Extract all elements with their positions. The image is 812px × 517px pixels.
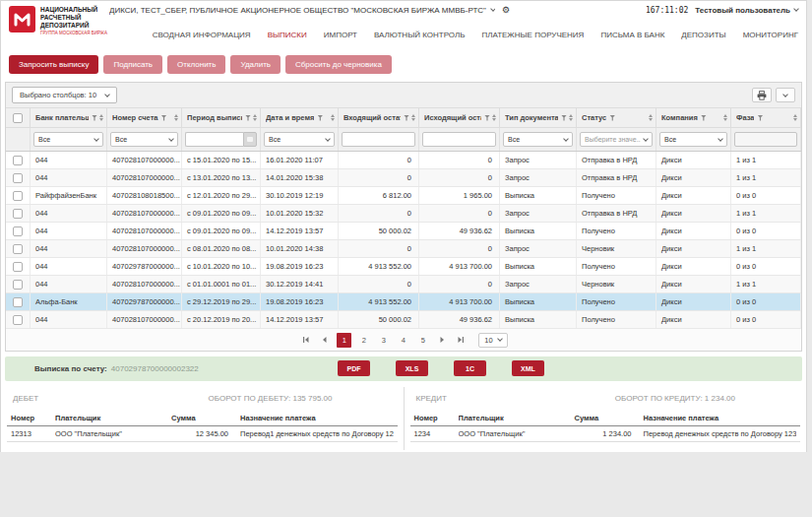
- nav-item[interactable]: СВОДНАЯ ИНФОРМАЦИЯ: [153, 31, 251, 39]
- row-checkbox-cell: [6, 311, 31, 328]
- filter-select[interactable]: Все: [264, 132, 335, 147]
- nav-item[interactable]: МОНИТОРИНГ: [743, 31, 798, 39]
- row-checkbox[interactable]: [13, 156, 23, 165]
- row-checkbox[interactable]: [13, 280, 23, 290]
- column-header[interactable]: Статус: [577, 108, 656, 127]
- calendar-button-icon[interactable]: [243, 132, 257, 147]
- filter-funnel-icon[interactable]: [161, 115, 167, 121]
- export-pdf-button[interactable]: PDF: [338, 360, 370, 376]
- sort-icon[interactable]: [791, 114, 797, 121]
- sort-icon[interactable]: [490, 114, 496, 121]
- sort-icon[interactable]: [251, 114, 257, 121]
- print-button[interactable]: [752, 88, 772, 102]
- nav-item[interactable]: ДЕПОЗИТЫ: [681, 31, 725, 39]
- filter-input[interactable]: [734, 132, 797, 147]
- row-checkbox[interactable]: [13, 226, 23, 236]
- table-cell: Черновик: [577, 276, 656, 292]
- filter-select[interactable]: Все: [33, 132, 103, 147]
- column-header[interactable]: Компания: [656, 108, 731, 127]
- row-checkbox[interactable]: [13, 244, 23, 254]
- table-row[interactable]: 044407029787000000...с 10.01.2020 по 10.…: [6, 258, 801, 276]
- column-header[interactable]: Дата и время: [261, 108, 339, 127]
- column-header[interactable]: Банк плательщика: [31, 108, 107, 127]
- column-header[interactable]: Фаза: [731, 108, 801, 127]
- filter-funnel-icon[interactable]: [757, 115, 763, 121]
- filter-funnel-icon[interactable]: [609, 115, 615, 121]
- page-number[interactable]: 5: [415, 333, 430, 348]
- nav-item[interactable]: ИМПОРТ: [324, 31, 357, 39]
- page-size-select[interactable]: 10: [478, 333, 507, 348]
- table-row[interactable]: 044407028107000000...с 20.12.2019 по 20.…: [6, 311, 801, 329]
- row-checkbox[interactable]: [13, 191, 23, 201]
- column-header[interactable]: Тип документа: [500, 108, 577, 127]
- sort-icon[interactable]: [97, 114, 103, 121]
- prev-page-button[interactable]: [318, 333, 332, 347]
- row-checkbox[interactable]: [13, 262, 23, 272]
- row-checkbox-cell: [6, 240, 31, 257]
- table-row[interactable]: 044407028107000000...с 01.01.0001 по 01.…: [6, 276, 801, 293]
- sort-icon[interactable]: [329, 114, 335, 121]
- page-number[interactable]: 2: [356, 333, 371, 348]
- export-xls-button[interactable]: XLS: [396, 360, 428, 376]
- export-xml-button[interactable]: XML: [512, 360, 544, 376]
- table-row[interactable]: Альфа-Банк407029787000000...с 29.12.2019…: [6, 293, 801, 311]
- table-row[interactable]: 044407028107000000...с 09.01.2020 по 09.…: [6, 223, 801, 240]
- table-row[interactable]: 044407028107000000...с 09.01.2020 по 09.…: [6, 205, 801, 223]
- next-page-button[interactable]: [435, 333, 449, 347]
- debit-table-header: НомерПлательщикСуммаНазначение платежа: [7, 411, 398, 426]
- sort-icon[interactable]: [647, 114, 653, 121]
- table-cell: 16.01.2020 11:07: [261, 152, 339, 168]
- filter-select[interactable]: Все: [503, 132, 573, 147]
- chevron-down-icon: [643, 136, 649, 142]
- columns-selector[interactable]: Выбрано столбцов: 10: [12, 87, 117, 103]
- table-row[interactable]: 044407028107000000...с 08.01.2020 по 08.…: [6, 240, 801, 258]
- sort-icon[interactable]: [172, 114, 178, 121]
- gear-icon[interactable]: ⚙: [502, 6, 510, 15]
- toolbar-button[interactable]: Запросить выписку: [9, 55, 98, 74]
- filter-funnel-icon[interactable]: [317, 115, 323, 121]
- page-number[interactable]: 4: [396, 333, 410, 348]
- toolbar-button[interactable]: Отклонить: [167, 55, 225, 74]
- first-page-button[interactable]: [299, 333, 313, 347]
- company-selector[interactable]: ДИКСИ, ТЕСТ_СБЕР, ПУБЛИЧНОЕ АКЦИОНЕРНОЕ …: [109, 6, 495, 15]
- column-header-label: Период выписки: [187, 113, 242, 122]
- sort-icon[interactable]: [409, 114, 415, 121]
- nav-item[interactable]: ВЫПИСКИ: [268, 31, 307, 39]
- filter-input[interactable]: [342, 132, 415, 147]
- last-page-button[interactable]: [454, 333, 468, 347]
- nav-item[interactable]: ПЛАТЕЖНЫЕ ПОРУЧЕНИЯ: [481, 31, 584, 39]
- row-checkbox[interactable]: [13, 315, 23, 325]
- table-row[interactable]: 044407028107000000...с 13.01.2020 по 13.…: [6, 169, 801, 187]
- toolbar-button[interactable]: Удалить: [230, 55, 281, 74]
- filter-input[interactable]: [422, 132, 496, 147]
- grid-menu-button[interactable]: [776, 88, 795, 102]
- sort-icon[interactable]: [567, 114, 573, 121]
- row-checkbox[interactable]: [13, 297, 23, 307]
- table-cell: 044: [31, 223, 107, 239]
- nav-item[interactable]: ВАЛЮТНЫЙ КОНТРОЛЬ: [374, 31, 465, 39]
- filter-funnel-icon[interactable]: [701, 115, 707, 121]
- filter-select[interactable]: Выберите значе...: [580, 132, 653, 147]
- row-checkbox[interactable]: [13, 209, 23, 219]
- logo-title: НАЦИОНАЛЬНЫЙ РАСЧЕТНЫЙ ДЕПОЗИТАРИЙ: [40, 6, 107, 30]
- toolbar-button[interactable]: Сбросить до черновика: [285, 55, 392, 74]
- table-row[interactable]: РайффайзенБанк407028108018500...с 12.01.…: [6, 187, 801, 205]
- toolbar-button[interactable]: Подписать: [103, 55, 162, 74]
- nav-item[interactable]: ПИСЬМА В БАНК: [600, 31, 664, 39]
- column-header[interactable]: Входящий остаток: [339, 108, 419, 127]
- filter-select[interactable]: Все: [110, 132, 178, 147]
- select-all-checkbox[interactable]: [13, 113, 23, 123]
- export-1c-button[interactable]: 1C: [454, 360, 486, 376]
- user-menu[interactable]: Тестовый пользователь: [695, 6, 798, 15]
- filter-select[interactable]: Все: [659, 132, 727, 147]
- column-header[interactable]: Номер счета: [107, 108, 182, 127]
- page-number[interactable]: 3: [376, 333, 391, 348]
- filter-date-input[interactable]: [185, 132, 243, 147]
- sort-icon[interactable]: [721, 114, 727, 121]
- page-number[interactable]: 1: [337, 333, 351, 348]
- row-checkbox[interactable]: [13, 173, 23, 183]
- column-header[interactable]: Период выписки: [182, 108, 261, 127]
- table-row[interactable]: 044407028107000000...с 15.01.2020 по 15.…: [6, 152, 801, 169]
- column-header[interactable]: Исходящий остаток: [419, 108, 500, 127]
- table-cell: 1 234.00: [575, 429, 632, 438]
